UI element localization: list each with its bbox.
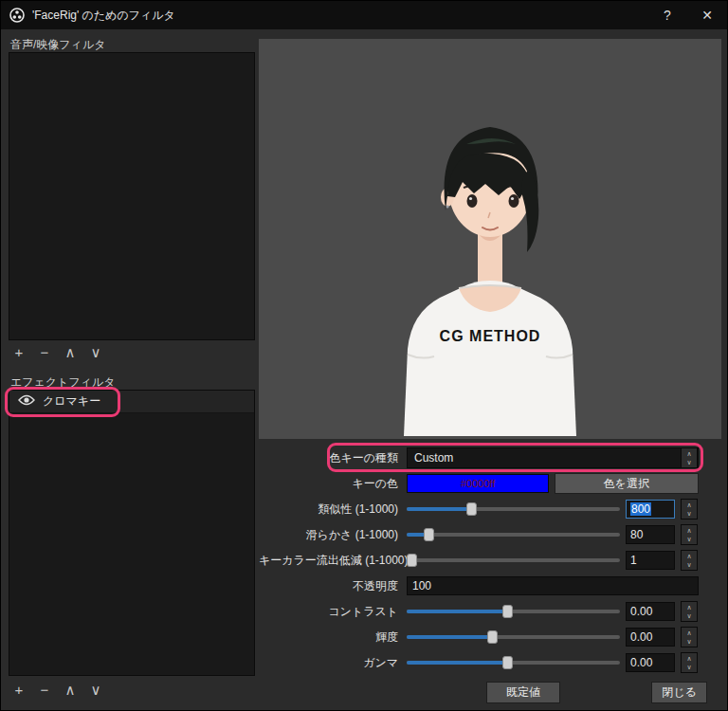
combobox-arrows-icon[interactable]: ∧∨: [681, 447, 698, 468]
avatar-image: CG METHOD: [366, 102, 614, 439]
remove-filter-button[interactable]: −: [38, 344, 51, 361]
similarity-slider[interactable]: [407, 499, 620, 520]
contrast-spinner-icon[interactable]: ∧∨: [681, 601, 698, 622]
title-bar: 'FaceRig' のためのフィルタ ? ✕: [1, 1, 727, 29]
audio-filters-list[interactable]: [9, 52, 255, 340]
row-gamma: ガンマ 0.00 ∧∨: [259, 652, 699, 673]
gamma-label: ガンマ: [259, 655, 407, 671]
add-effect-filter-button[interactable]: +: [12, 682, 26, 699]
brightness-value-input[interactable]: 0.00: [626, 628, 675, 647]
close-dialog-button[interactable]: 閉じる: [651, 682, 707, 703]
smoothness-spinner-icon[interactable]: ∧∨: [681, 524, 698, 545]
move-effect-up-button[interactable]: ∧: [64, 682, 77, 699]
move-effect-down-button[interactable]: ∨: [89, 682, 102, 699]
similarity-label: 類似性 (1-1000): [259, 501, 407, 518]
obs-logo-icon: [9, 8, 25, 23]
filter-preview-area: CG METHOD: [259, 39, 721, 439]
spill-reduction-value-input[interactable]: 1: [626, 551, 675, 570]
key-color-type-label: 色キーの種類: [259, 450, 407, 466]
opacity-value-input[interactable]: 100: [407, 576, 699, 595]
audio-filters-toolbar: + − ∧ ∨: [12, 344, 102, 361]
window-title: 'FaceRig' のためのフィルタ: [32, 8, 175, 24]
gamma-value-input[interactable]: 0.00: [626, 653, 675, 672]
row-similarity: 類似性 (1-1000) 800 ∧∨: [259, 499, 699, 520]
brightness-label: 輝度: [259, 629, 407, 646]
audio-filters-label: 音声/映像フィルタ: [10, 37, 105, 53]
filters-dialog: 'FaceRig' のためのフィルタ ? ✕ 音声/映像フィルタ + − ∧ ∨…: [0, 0, 728, 711]
spill-spinner-icon[interactable]: ∧∨: [681, 550, 698, 571]
row-opacity: 不透明度 100: [259, 575, 699, 596]
row-spill-reduction: キーカラー流出低減 (1-1000) 1 ∧∨: [259, 550, 699, 571]
opacity-label: 不透明度: [259, 578, 407, 594]
eye-visible-icon[interactable]: [18, 394, 35, 409]
brightness-spinner-icon[interactable]: ∧∨: [681, 627, 698, 647]
spill-reduction-slider[interactable]: [407, 550, 620, 571]
defaults-button[interactable]: 既定値: [486, 682, 560, 703]
shirt-text: CG METHOD: [440, 328, 541, 344]
effect-item-label: クロマキー: [43, 393, 100, 410]
smoothness-value-input[interactable]: 80: [626, 525, 675, 544]
list-item-chroma-key[interactable]: クロマキー: [9, 391, 254, 413]
row-contrast: コントラスト 0.00 ∧∨: [259, 601, 699, 622]
key-color-type-select[interactable]: Custom ∧∨: [407, 447, 699, 468]
close-window-button[interactable]: ✕: [687, 1, 727, 29]
contrast-slider[interactable]: [407, 601, 620, 622]
gamma-spinner-icon[interactable]: ∧∨: [681, 652, 698, 673]
move-up-button[interactable]: ∧: [64, 344, 77, 361]
key-color-label: キーの色: [259, 476, 407, 492]
similarity-spinner-icon[interactable]: ∧∨: [681, 499, 698, 520]
similarity-value-input[interactable]: 800: [626, 500, 675, 519]
effect-filters-list[interactable]: クロマキー: [9, 390, 255, 676]
pick-color-button[interactable]: 色を選択: [555, 473, 699, 494]
key-color-hex: #0000ff: [461, 478, 496, 489]
gamma-slider[interactable]: [407, 652, 620, 673]
key-color-swatch[interactable]: #0000ff: [407, 474, 549, 493]
add-filter-button[interactable]: +: [12, 344, 26, 361]
contrast-value-input[interactable]: 0.00: [626, 602, 675, 621]
row-key-color: キーの色 #0000ff 色を選択: [259, 473, 699, 494]
smoothness-label: 滑らかさ (1-1000): [259, 527, 407, 543]
smoothness-slider[interactable]: [407, 524, 620, 545]
row-brightness: 輝度 0.00 ∧∨: [259, 627, 699, 647]
remove-effect-filter-button[interactable]: −: [38, 682, 51, 699]
contrast-label: コントラスト: [259, 604, 407, 620]
help-button[interactable]: ?: [647, 1, 687, 29]
effect-filters-label: エフェクトフィルタ: [10, 374, 116, 391]
row-key-color-type: 色キーの種類 Custom ∧∨: [259, 447, 699, 468]
brightness-slider[interactable]: [407, 627, 620, 647]
row-smoothness: 滑らかさ (1-1000) 80 ∧∨: [259, 524, 699, 545]
key-color-type-value: Custom: [414, 451, 453, 465]
spill-reduction-label: キーカラー流出低減 (1-1000): [259, 553, 407, 569]
filter-properties-form: 色キーの種類 Custom ∧∨ キーの色 #0000ff 色を選択 類似性 (: [259, 442, 699, 678]
effect-filters-toolbar: + − ∧ ∨: [12, 682, 102, 699]
move-down-button[interactable]: ∨: [89, 344, 102, 361]
